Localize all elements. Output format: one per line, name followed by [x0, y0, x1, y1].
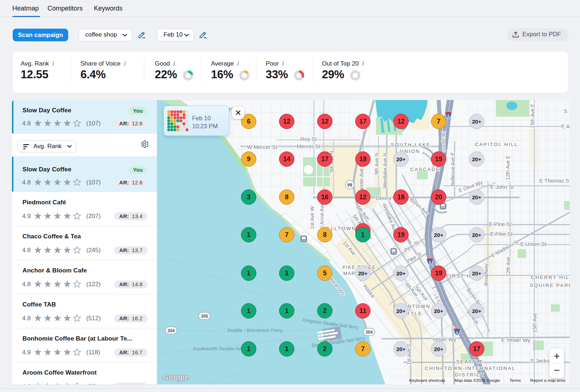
svg-text:Bellevue Ave E: Bellevue Ave E	[450, 152, 456, 186]
svg-text:E Madison St: E Madison St	[490, 238, 519, 258]
svg-text:Pine St: Pine St	[403, 239, 420, 253]
svg-text:E Yesler Wy: E Yesler Wy	[501, 337, 531, 343]
svg-text:Mercer St: Mercer St	[297, 143, 320, 149]
svg-text:Dexter Ave N: Dexter Ave N	[359, 163, 364, 193]
svg-text:CAPITOL HILL: CAPITOL HILL	[475, 142, 518, 147]
svg-text:5: 5	[447, 114, 450, 118]
svg-text:Kingston-Seattle fast ferry: Kingston-Seattle fast ferry	[302, 317, 359, 330]
svg-text:304: 304	[167, 328, 175, 333]
svg-text:304: 304	[365, 330, 373, 335]
svg-text:5 Express: 5 Express	[440, 131, 447, 153]
svg-text:305: 305	[201, 314, 208, 319]
svg-text:SOUTH LAKE: SOUTH LAKE	[391, 142, 431, 147]
svg-text:9th Ave N: 9th Ave N	[374, 153, 380, 175]
svg-text:Seattle - Bremerton Ferry: Seattle - Bremerton Ferry	[227, 328, 283, 333]
svg-text:DISTRICT: DISTRICT	[455, 372, 485, 378]
svg-text:1st Ave: 1st Ave	[342, 240, 357, 256]
svg-text:1st Ave W: 1st Ave W	[309, 206, 315, 229]
svg-text:E A: E A	[561, 123, 569, 129]
svg-text:Westlake Ave N: Westlake Ave N	[382, 153, 388, 188]
svg-text:E Thomas S: E Thomas S	[539, 178, 569, 184]
svg-text:Southworth-Seattle fas: Southworth-Seattle fas	[193, 346, 243, 351]
svg-text:W Mercer St: W Mercer St	[247, 144, 277, 150]
svg-text:E Pine St: E Pine St	[489, 221, 512, 227]
svg-text:S: S	[564, 108, 567, 114]
svg-text:SEATTLE: SEATTLE	[456, 359, 484, 364]
svg-text:CASCADE: CASCADE	[410, 167, 440, 172]
svg-text:5: 5	[429, 261, 431, 265]
svg-text:E John St: E John St	[490, 184, 514, 190]
svg-text:Denny: Denny	[376, 195, 392, 201]
svg-text:CHERRY HILL: CHERRY HILL	[531, 275, 570, 280]
svg-text:Boren Ave: Boren Ave	[409, 196, 430, 216]
svg-text:15th Ave: 15th Ave	[532, 313, 538, 333]
svg-text:12th Ave E: 12th Ave E	[505, 155, 511, 180]
svg-text:S Jacks: S Jacks	[530, 358, 550, 364]
svg-text:5: 5	[456, 331, 458, 335]
svg-text:SQUIRE PARK: SQUIRE PARK	[530, 283, 570, 288]
svg-text:12th Ave: 12th Ave	[505, 257, 511, 276]
svg-text:99: 99	[347, 183, 352, 188]
svg-text:E Union St: E Union St	[520, 241, 547, 247]
svg-text:Roy St: Roy St	[300, 136, 317, 142]
svg-text:E Pike St: E Pike St	[490, 231, 513, 237]
svg-text:Pike St: Pike St	[406, 251, 422, 264]
svg-text:CHINATOWN-INTERNATIONAL: CHINATOWN-INTERNATIONAL	[424, 366, 515, 371]
svg-text:Alaska: Alaska	[362, 283, 376, 299]
svg-text:15th Ave E: 15th Ave E	[530, 104, 535, 128]
